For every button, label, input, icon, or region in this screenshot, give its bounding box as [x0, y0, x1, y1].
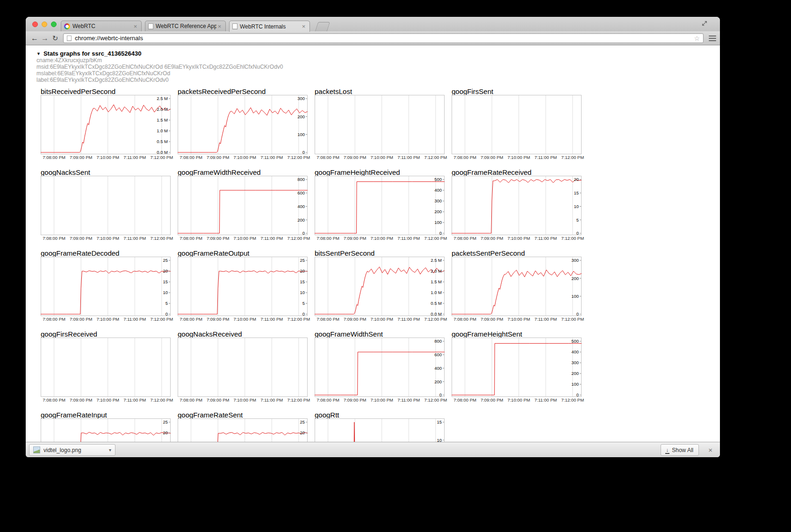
y-tick-label: 15 [163, 279, 168, 284]
y-tick-label: 1.0 M [157, 128, 168, 133]
charts-grid: bitsReceivedPerSecond2.5 M2.0 M1.5 M1.0 … [41, 88, 582, 442]
tab-webrtc-reference-app[interactable]: WebRTC Reference App × [145, 21, 226, 31]
chart-googFrameRateDecoded: googFrameRateDecoded25201510507:08:00 PM… [41, 250, 171, 322]
x-tick-label: 7:10:00 PM [96, 397, 119, 403]
y-tick-label: 0.0 M [157, 150, 168, 154]
x-tick-label: 7:12:00 PM [151, 155, 173, 160]
x-tick-label: 7:08:00 PM [43, 155, 65, 160]
y-tick-label: 15 [574, 190, 579, 195]
chart-plot: 20151050 [452, 176, 582, 235]
chart-googFrameRateReceived: googFrameRateReceived201510507:08:00 PM7… [452, 169, 582, 241]
y-tick-label: 1.0 M [431, 290, 442, 295]
y-tick-label: 0 [302, 150, 305, 154]
x-tick-label: 7:12:00 PM [288, 236, 310, 241]
x-tick-label: 7:09:00 PM [70, 397, 93, 403]
close-window-button[interactable] [32, 22, 38, 27]
cname-text: cname:4ZXkrucxjuzp/bKm [36, 57, 283, 64]
chart-title: googFrameRateInput [41, 411, 171, 418]
download-arrow-icon: ↓ [666, 447, 669, 453]
chart-plot: 2520151050 [178, 257, 308, 316]
chart-title: googFrameHeightSent [452, 331, 582, 338]
x-tick-label: 7:11:00 PM [123, 236, 146, 241]
download-shelf: vidtel_logo.png ▾ ↓ Show All × [26, 442, 720, 457]
y-tick-label: 300 [297, 96, 305, 101]
chart-x-axis: 7:08:00 PM7:09:00 PM7:10:00 PM7:11:00 PM… [315, 397, 445, 403]
y-tick-label: 2.0 M [431, 268, 442, 273]
chart-x-axis: 7:08:00 PM7:09:00 PM7:10:00 PM7:11:00 PM… [41, 397, 171, 403]
tab-close-icon[interactable]: × [132, 23, 138, 29]
y-tick-label: 0.5 M [157, 139, 168, 144]
tab-webrtc-internals[interactable]: WebRTC Internals × [229, 21, 310, 32]
download-file-name: vidtel_logo.png [43, 447, 106, 453]
y-tick-label: 20 [574, 177, 579, 182]
reload-button[interactable]: ↻ [50, 34, 60, 43]
minimize-window-button[interactable] [42, 22, 47, 27]
chevron-down-icon[interactable]: ▾ [109, 447, 111, 453]
y-tick-label: 400 [571, 349, 579, 354]
chart-plot: 2520151050 [41, 418, 171, 442]
zoom-window-button[interactable] [51, 22, 57, 27]
chart-title: googFrameRateReceived [452, 169, 582, 176]
chart-title: googFrameHeightReceived [315, 169, 445, 176]
close-shelf-icon[interactable]: × [707, 446, 713, 453]
x-tick-label: 7:11:00 PM [534, 236, 557, 241]
x-tick-label: 7:11:00 PM [397, 397, 420, 403]
back-button[interactable]: ← [29, 34, 40, 43]
y-tick-label: 25 [300, 258, 305, 263]
x-tick-label: 7:10:00 PM [370, 236, 393, 241]
y-tick-label: 20 [163, 268, 168, 273]
y-tick-label: 500 [434, 177, 442, 182]
show-all-button[interactable]: ↓ Show All [661, 444, 699, 456]
chart-x-axis: 7:08:00 PM7:09:00 PM7:10:00 PM7:11:00 PM… [178, 154, 308, 160]
chart-title: googFirsReceived [41, 331, 171, 338]
y-tick-label: 10 [437, 438, 442, 442]
chart-plot: 3002001000 [452, 257, 582, 316]
chart-bitsReceivedPerSecond: bitsReceivedPerSecond2.5 M2.0 M1.5 M1.0 … [41, 88, 171, 160]
x-tick-label: 7:08:00 PM [43, 236, 65, 241]
x-tick-label: 7:09:00 PM [344, 155, 367, 160]
x-tick-label: 7:10:00 PM [370, 397, 393, 403]
chart-plot: 2.5 M2.0 M1.5 M1.0 M0.5 M0.0 M [41, 95, 171, 154]
x-tick-label: 7:10:00 PM [370, 155, 393, 160]
chart-googFrameHeightSent: googFrameHeightSent50040030020010007:08:… [452, 331, 582, 403]
chart-title: bitsSentPerSecond [315, 250, 445, 257]
x-tick-label: 7:09:00 PM [207, 397, 230, 403]
new-tab-button[interactable] [315, 22, 330, 31]
y-tick-label: 0 [439, 230, 442, 235]
x-tick-label: 7:11:00 PM [397, 316, 420, 322]
x-tick-label: 7:10:00 PM [507, 155, 530, 160]
x-tick-label: 7:11:00 PM [260, 316, 283, 322]
chart-googFrameRateInput: googFrameRateInput25201510507:08:00 PM7:… [41, 411, 171, 442]
x-tick-label: 7:11:00 PM [397, 155, 420, 160]
chart-title: googRtt [315, 411, 445, 418]
chart-title: googNacksReceived [178, 331, 308, 338]
x-tick-label: 7:09:00 PM [481, 155, 503, 160]
x-tick-label: 7:10:00 PM [507, 316, 530, 322]
y-tick-label: 200 [434, 379, 442, 384]
chart-bitsSentPerSecond: bitsSentPerSecond2.5 M2.0 M1.5 M1.0 M0.5… [315, 250, 445, 322]
y-tick-label: 100 [571, 381, 579, 387]
y-tick-label: 0 [576, 311, 579, 316]
tab-webrtc[interactable]: WebRTC × [61, 21, 142, 31]
y-tick-label: 600 [297, 190, 305, 195]
x-tick-label: 7:08:00 PM [316, 397, 339, 403]
fullscreen-icon[interactable] [701, 20, 708, 27]
x-tick-label: 7:10:00 PM [233, 316, 256, 322]
x-tick-label: 7:09:00 PM [481, 236, 503, 241]
mslabel-text: mslabel:6E9laEYkyxIkTCxDgc82ZGoEhlCfxNuC… [36, 70, 283, 77]
chart-x-axis: 7:08:00 PM7:09:00 PM7:10:00 PM7:11:00 PM… [452, 397, 582, 403]
y-tick-label: 0 [302, 311, 305, 316]
menu-icon[interactable] [709, 36, 716, 41]
x-tick-label: 7:08:00 PM [316, 155, 339, 160]
tab-close-icon[interactable]: × [216, 23, 223, 29]
address-bar[interactable]: chrome://webrtc-internals ☆ [63, 33, 704, 43]
window-controls [32, 22, 57, 27]
download-item[interactable]: vidtel_logo.png ▾ [29, 444, 115, 456]
tab-close-icon[interactable]: × [301, 23, 307, 29]
forward-button[interactable]: → [40, 34, 50, 43]
x-tick-label: 7:08:00 PM [43, 316, 65, 322]
bookmark-star-icon[interactable]: ☆ [694, 35, 700, 42]
y-tick-label: 500 [571, 338, 579, 344]
stats-section-title[interactable]: ▼ Stats graphs for ssrc_4136526430 [36, 50, 283, 57]
chart-title: bitsReceivedPerSecond [41, 88, 171, 95]
